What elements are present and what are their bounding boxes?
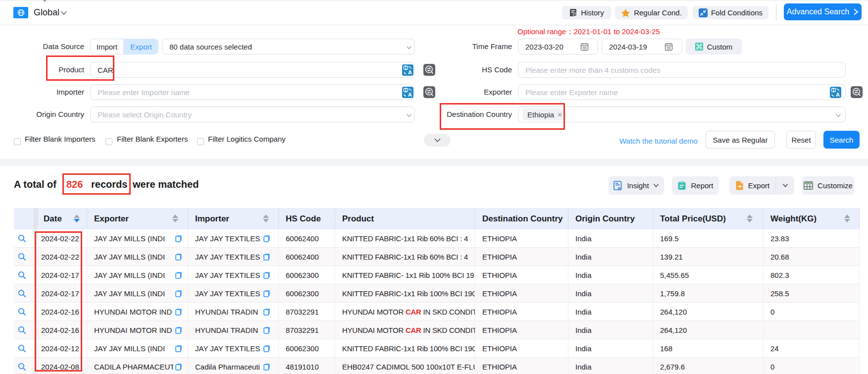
- svg-text:A: A: [408, 92, 412, 98]
- svg-text:A: A: [836, 92, 840, 98]
- svg-text:A: A: [408, 69, 412, 75]
- svg-text:BI: BI: [618, 186, 622, 191]
